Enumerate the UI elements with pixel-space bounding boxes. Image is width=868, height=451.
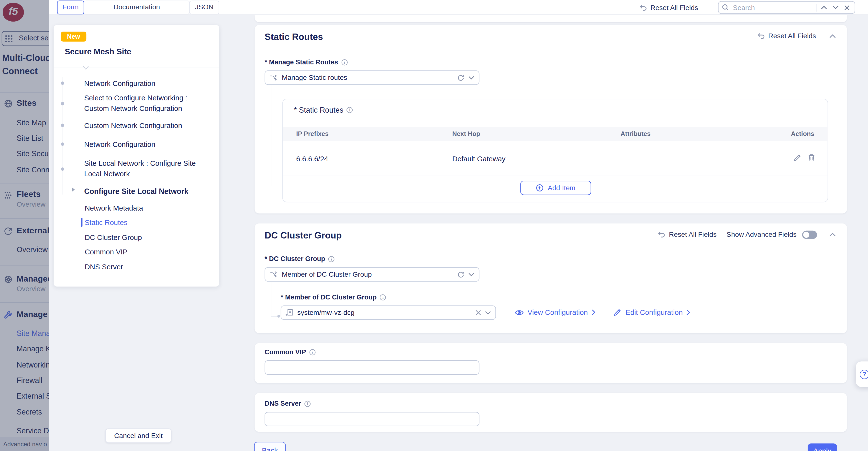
divider [54,67,219,68]
step-connector-line [63,77,63,195]
reset-all-fields-static-routes[interactable]: Reset All Fields [757,32,816,40]
search-close-icon[interactable] [843,3,851,12]
ref-object-icon [286,309,293,317]
dc-cluster-group-title: DC Cluster Group [265,230,342,241]
clear-selection-icon[interactable] [475,310,481,316]
dc-cluster-group-card: DC Cluster Group Reset All Fields Show A… [254,223,847,333]
cell-next-hop: Default Gateway [452,155,506,163]
scrolled-card-remnant [254,15,847,22]
divider [816,4,816,11]
manage-static-routes-dropdown[interactable]: Manage Static routes [265,71,479,85]
chevron-down-icon[interactable] [468,273,474,276]
step-dot [61,102,64,106]
add-item-label: Add Item [548,184,575,192]
wizard-step[interactable]: Select to Configure Networking : Custom … [84,92,213,114]
help-button[interactable]: ? [856,361,868,387]
edit-configuration-link[interactable]: Edit Configuration [614,308,690,317]
view-configuration-label: View Configuration [528,308,588,317]
connector-dot [277,315,280,317]
step-dot [61,167,64,171]
substep-network-metadata[interactable]: Network Metadata [85,204,143,212]
chevron-down-icon[interactable] [468,76,474,80]
common-vip-input[interactable] [265,360,479,375]
common-vip-card: Common VIPi [254,343,847,383]
sidebar-dim-overlay [0,0,49,451]
substep-common-vip[interactable]: Common VIP [85,248,127,256]
wizard-step[interactable]: Network Configuration [84,78,213,89]
edit-configuration-label: Edit Configuration [625,308,683,317]
search-next-icon[interactable] [831,3,840,12]
wizard-step[interactable]: Site Local Network : Configure Site Loca… [84,158,213,179]
dns-server-input[interactable] [265,412,479,426]
manage-static-routes-label: * Manage Static Routesi [265,58,347,66]
static-routes-title: Static Routes [265,32,323,42]
info-icon[interactable]: i [309,349,315,355]
cell-ip-prefix: 6.6.6.6/24 [296,155,328,163]
search-prev-icon[interactable] [819,3,828,12]
eye-icon [515,309,524,316]
table-header: IP Prefixes Next Hop Attributes Actions [283,127,828,141]
show-advanced-fields-toggle[interactable] [802,230,817,239]
info-icon[interactable]: i [347,107,353,113]
common-vip-label: Common VIPi [265,348,315,356]
dc-cluster-group-label: * DC Cluster Groupi [265,255,335,263]
toggle-knob [803,231,809,237]
substep-dc-cluster-group[interactable]: DC Cluster Group [85,233,142,242]
substep-static-routes[interactable]: Static Routes [85,218,127,227]
show-advanced-fields-label: Show Advanced Fields [727,231,797,238]
chevron-down-icon[interactable] [485,311,491,315]
static-routes-inner-card: * Static Routesi IP Prefixes Next Hop At… [282,99,828,202]
form-topbar: Form Documentation JSON Reset All Fields [49,0,868,15]
col-actions: Actions [791,130,814,137]
info-icon[interactable]: i [304,400,311,407]
search-input[interactable] [732,3,813,12]
select-value: system/mw-vz-dcg [297,309,472,317]
wizard-step-active-group[interactable]: Configure Site Local Network [84,186,213,197]
new-badge: New [61,32,86,41]
add-item-button[interactable]: Add Item [520,181,591,195]
info-icon[interactable]: i [380,294,386,300]
reset-all-fields-dc-cluster[interactable]: Reset All Fields [658,231,716,238]
tab-documentation[interactable]: Documentation [84,0,190,15]
collapse-section-icon[interactable] [828,230,837,239]
reset-all-fields-top[interactable]: Reset All Fields [640,0,698,15]
f5-console-app: f5 Select se Multi-Cloud Connect Sites S… [0,0,868,451]
tab-form[interactable]: Form [57,0,84,15]
substep-dns-server[interactable]: DNS Server [85,263,123,271]
collapse-section-icon[interactable] [828,32,837,40]
member-of-dc-cluster-group-label: * Member of DC Cluster Groupi [281,293,386,301]
back-button[interactable]: Back [254,442,286,451]
info-icon[interactable]: i [341,59,347,65]
col-ip-prefixes: IP Prefixes [296,130,329,137]
dc-cluster-group-dropdown[interactable]: Member of DC Cluster Group [265,267,479,282]
nested-connector [271,85,278,186]
chevron-right-icon [687,309,690,315]
member-of-dc-cluster-group-select[interactable]: system/mw-vz-dcg [281,305,496,320]
col-next-hop: Next Hop [452,130,480,137]
active-substep-bar [81,218,83,227]
refresh-icon[interactable] [457,271,464,278]
branch-icon [270,270,278,279]
wizard-step[interactable]: Network Configuration [84,139,213,149]
edit-row-icon[interactable] [793,153,802,162]
step-dot [61,82,64,85]
apply-button[interactable]: Apply [808,443,837,451]
refresh-icon[interactable] [457,74,464,81]
tab-json[interactable]: JSON [190,0,219,15]
cancel-and-exit-button[interactable]: Cancel and Exit [105,428,172,443]
wizard-step[interactable]: Custom Network Configuration [84,120,213,131]
step-dot [61,124,64,127]
dns-server-label: DNS Serveri [265,400,311,407]
delete-row-icon[interactable] [808,153,815,162]
search-icon [722,4,729,11]
reset-icon [757,32,765,40]
reset-icon [658,231,665,238]
col-attributes: Attributes [621,130,651,137]
static-routes-card: Static Routes Reset All Fields * Manage … [254,25,847,214]
plus-circle-icon [536,184,544,192]
branch-icon [270,74,278,82]
info-icon[interactable]: i [329,256,335,262]
dropdown-value: Member of DC Cluster Group [282,271,453,278]
wizard-panel: New Secure Mesh Site Network Configurati… [54,25,219,287]
view-configuration-link[interactable]: View Configuration [515,308,596,317]
